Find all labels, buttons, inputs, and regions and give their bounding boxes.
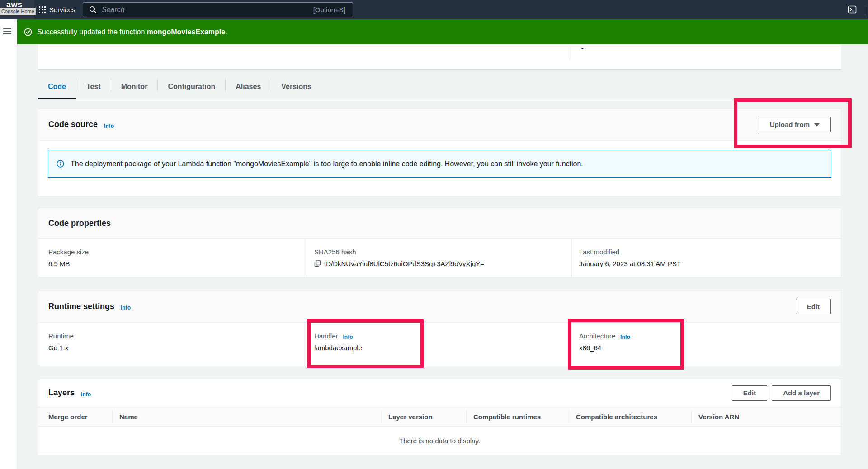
last-modified-value: January 6, 2023 at 08:31 AM PST	[579, 260, 834, 267]
overview-empty-value: -	[581, 45, 584, 52]
top-navbar: aws Console Home Services Search [Option…	[0, 0, 868, 19]
function-tabs: Code Test Monitor Configuration Aliases …	[38, 75, 841, 99]
runtime-field: Runtime Go 1.x	[38, 323, 307, 366]
architecture-label: Architecture	[579, 332, 615, 340]
success-function-name: mongoMoviesExample	[147, 28, 225, 36]
search-input[interactable]: Search [Option+S]	[83, 2, 353, 17]
runtime-value: Go 1.x	[48, 344, 299, 352]
success-check-icon	[24, 28, 32, 36]
sha256-field: SHA256 hash tD/DkNUvaYiuf8UlC5tz6oiOPdS3…	[307, 239, 571, 277]
deployment-package-alert: The deployment package of your Lambda fu…	[48, 150, 831, 178]
package-size-field: Package size 6.9 MB	[38, 239, 307, 277]
runtime-edit-button[interactable]: Edit	[796, 299, 831, 314]
layers-empty-state: There is no data to display.	[38, 427, 841, 455]
last-modified-field: Last modified January 6, 2023 at 08:31 A…	[571, 239, 841, 277]
services-label: Services	[49, 6, 75, 14]
code-properties-header: Code properties	[38, 208, 841, 239]
column-name: Name	[112, 407, 381, 426]
layers-header-buttons: Edit Add a layer	[732, 385, 831, 401]
layers-panel: Layers Info Edit Add a layer Merge order…	[38, 379, 841, 455]
cloudshell-button[interactable]	[847, 4, 857, 15]
package-size-value: 6.9 MB	[48, 260, 299, 267]
cloudshell-terminal-icon	[848, 5, 857, 14]
runtime-settings-header: Runtime settings Info Edit	[38, 291, 841, 323]
handler-label-row: HandlerInfo	[314, 332, 564, 340]
column-merge-order: Merge order	[38, 407, 112, 426]
copy-icon[interactable]	[314, 260, 321, 267]
tab-versions[interactable]: Versions	[271, 75, 321, 99]
architecture-info-link[interactable]: Info	[620, 334, 630, 340]
last-modified-label: Last modified	[579, 248, 834, 256]
column-compatible-runtimes: Compatible runtimes	[466, 407, 569, 426]
layers-info-link[interactable]: Info	[81, 391, 91, 398]
services-grid-icon	[39, 6, 46, 13]
search-shortcut-hint: [Option+S]	[313, 6, 345, 14]
code-source-header: Code source Info Upload from	[38, 109, 841, 141]
handler-label: Handler	[314, 332, 338, 340]
layers-title: Layers	[48, 388, 75, 398]
tab-configuration[interactable]: Configuration	[158, 75, 225, 99]
tab-aliases[interactable]: Aliases	[226, 75, 271, 99]
navbar-divider	[865, 4, 865, 16]
code-source-title: Code source	[48, 120, 98, 129]
console-home-tooltip: Console Home	[0, 8, 36, 15]
left-rail	[0, 19, 17, 469]
column-layer-version: Layer version	[381, 407, 466, 426]
code-properties-rows: Package size 6.9 MB SHA256 hash tD/DkNUv…	[38, 239, 841, 277]
info-circle-icon	[57, 160, 64, 168]
code-properties-title: Code properties	[48, 219, 111, 228]
services-menu[interactable]: Services	[39, 0, 75, 19]
sha256-value: tD/DkNUvaYiuf8UlC5tz6oiOPdS3Sg+3AZl9oVyX…	[324, 260, 484, 267]
runtime-settings-title: Runtime settings	[48, 302, 114, 311]
layers-edit-button[interactable]: Edit	[732, 385, 767, 401]
package-size-label: Package size	[48, 248, 299, 256]
search-icon	[89, 6, 97, 14]
add-layer-button[interactable]: Add a layer	[772, 385, 831, 401]
sha256-value-row: tD/DkNUvaYiuf8UlC5tz6oiOPdS3Sg+3AZl9oVyX…	[314, 260, 564, 267]
architecture-field: ArchitectureInfo x86_64	[571, 323, 841, 366]
code-properties-panel: Code properties Package size 6.9 MB SHA2…	[38, 208, 841, 277]
sha256-label: SHA256 hash	[314, 248, 564, 256]
success-flashbar: Successfully updated the function mongoM…	[17, 19, 868, 44]
code-source-panel: Code source Info Upload from The deploym…	[38, 108, 841, 197]
runtime-label: Runtime	[48, 332, 299, 340]
tab-code[interactable]: Code	[38, 75, 76, 99]
column-compatible-architectures: Compatible architectures	[569, 407, 691, 426]
success-message-prefix: Successfully updated the function	[37, 28, 147, 36]
architecture-value: x86_64	[579, 344, 834, 352]
layers-table-header: Merge order Name Layer version Compatibl…	[38, 407, 841, 427]
success-message: Successfully updated the function mongoM…	[37, 28, 227, 36]
tab-monitor[interactable]: Monitor	[111, 75, 158, 99]
overview-column-divider	[570, 46, 570, 60]
success-message-suffix: .	[225, 28, 227, 36]
caret-down-icon	[814, 123, 820, 127]
hamburger-menu-icon[interactable]	[3, 28, 11, 34]
tab-test[interactable]: Test	[76, 75, 111, 99]
runtime-settings-info-link[interactable]: Info	[121, 305, 131, 311]
search-placeholder: Search	[102, 6, 125, 14]
upload-from-label: Upload from	[770, 121, 810, 128]
handler-field: HandlerInfo lambdaexample	[307, 323, 571, 366]
function-overview-card: -	[38, 44, 841, 70]
upload-from-button[interactable]: Upload from	[759, 117, 831, 132]
layers-header: Layers Info Edit Add a layer	[38, 379, 841, 407]
handler-info-link[interactable]: Info	[343, 334, 353, 340]
code-source-info-link[interactable]: Info	[104, 123, 114, 129]
architecture-label-row: ArchitectureInfo	[579, 332, 834, 340]
column-version-arn: Version ARN	[691, 407, 841, 426]
runtime-settings-panel: Runtime settings Info Edit Runtime Go 1.…	[38, 290, 841, 366]
alert-message: The deployment package of your Lambda fu…	[71, 160, 583, 168]
handler-value: lambdaexample	[314, 344, 564, 352]
runtime-settings-rows: Runtime Go 1.x HandlerInfo lambdaexample…	[38, 323, 841, 366]
